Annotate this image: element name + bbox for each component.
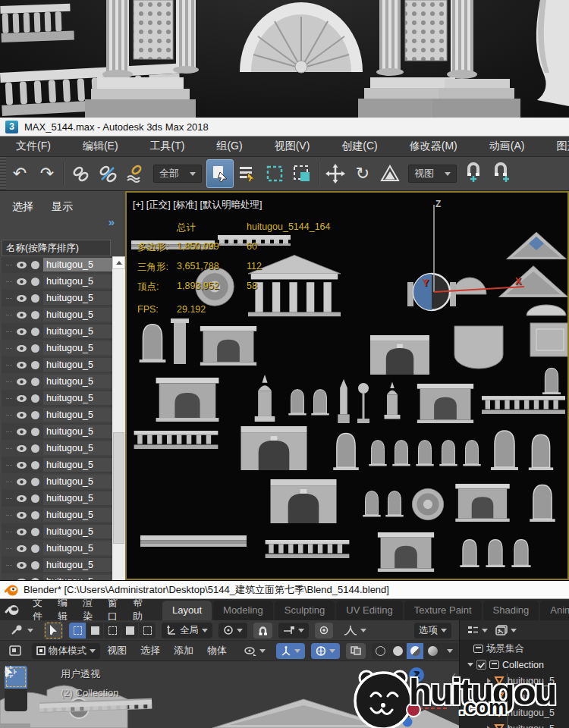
snap-toggle[interactable] <box>253 623 272 639</box>
object-name[interactable]: huitugou_5 <box>43 258 112 271</box>
visibility-eye-icon[interactable] <box>16 444 27 453</box>
solid-shading[interactable] <box>389 643 406 659</box>
object-list-row[interactable]: huitugou_5 <box>2 523 112 540</box>
workspace-tab[interactable]: Modeling <box>213 601 273 620</box>
object-name[interactable]: huitugou_5 <box>43 275 112 288</box>
object-name[interactable]: huitugou_5 <box>43 291 112 305</box>
move-tool-button[interactable] <box>322 159 349 188</box>
list-scrollbar[interactable] <box>112 256 125 580</box>
object-list-row[interactable]: huitugou_5 <box>2 507 112 523</box>
select-extend-mode[interactable] <box>86 623 103 639</box>
max-menu-item[interactable]: 修改器(M) <box>394 140 473 153</box>
visibility-eye-icon[interactable] <box>16 511 27 519</box>
visibility-eye-icon[interactable] <box>16 261 27 269</box>
frozen-dot-icon[interactable] <box>31 411 39 419</box>
object-name[interactable]: huitugou_5 <box>43 425 112 438</box>
object-name[interactable]: huitugou_5 <box>43 441 112 455</box>
reference-coordinate-dropdown[interactable]: 视图 <box>408 165 457 183</box>
pivot-point-dropdown[interactable] <box>218 623 247 639</box>
visibility-eye-icon[interactable] <box>16 311 27 319</box>
blender-menu-item[interactable]: 渲染 <box>75 599 100 620</box>
workspace-tab[interactable]: Animation <box>540 601 569 620</box>
blender-menu-item[interactable]: 窗口 <box>100 599 125 620</box>
visibility-eye-icon[interactable] <box>16 478 27 486</box>
object-name[interactable]: huitugou_5 <box>43 341 112 355</box>
object-name[interactable]: huitugou_5 <box>43 525 112 538</box>
frozen-dot-icon[interactable] <box>31 444 39 453</box>
material-preview-shading[interactable] <box>407 643 423 659</box>
frozen-dot-icon[interactable] <box>31 544 39 553</box>
editor-type-dropdown[interactable] <box>467 625 488 635</box>
object-list-row[interactable]: huitugou_5 <box>2 256 112 273</box>
scale-tool-button[interactable] <box>376 159 404 188</box>
rotate-tool-button[interactable]: ↻ <box>349 159 376 188</box>
blender-menu-item[interactable]: 帮助 <box>125 599 150 620</box>
frozen-dot-icon[interactable] <box>31 311 39 319</box>
visibility-eye-icon[interactable] <box>16 361 27 369</box>
object-list-row[interactable]: huitugou_5 <box>2 390 112 406</box>
visibility-eye-icon[interactable] <box>16 528 27 536</box>
unlink-selection-icon[interactable] <box>94 159 121 188</box>
snap-toggle-button[interactable] <box>461 159 489 188</box>
object-list-row[interactable]: huitugou_5 <box>2 373 112 390</box>
object-list-row[interactable]: huitugou_5 <box>2 440 112 457</box>
frozen-dot-icon[interactable] <box>31 378 39 386</box>
visibility-eye-icon[interactable] <box>16 428 27 436</box>
object-name[interactable]: huitugou_5 <box>43 308 112 322</box>
redo-button[interactable]: ↷ <box>33 159 61 188</box>
workspace-tab[interactable]: Sculpting <box>275 601 335 620</box>
max-viewport[interactable]: [+] [正交] [标准] [默认明暗处理] 总计 huitugou_5144_… <box>125 191 569 580</box>
snap-target-dropdown[interactable] <box>278 623 309 639</box>
sort-header[interactable]: 名称(按降序排序) <box>2 240 111 256</box>
object-list-row[interactable]: huitugou_5 <box>2 273 112 290</box>
blender-menu-item[interactable]: 文件 <box>25 599 50 620</box>
gizmos-toggle[interactable] <box>276 643 305 659</box>
object-list-row[interactable]: huitugou_5 <box>2 406 112 423</box>
frozen-dot-icon[interactable] <box>31 461 39 469</box>
select-subtract-mode[interactable] <box>104 623 121 639</box>
object-name[interactable]: huitugou_5 <box>43 491 112 505</box>
object-list-row[interactable]: huitugou_5 <box>2 473 112 490</box>
object-name[interactable]: huitugou_5 <box>43 458 112 472</box>
viewport-menu-item[interactable]: 添加 <box>167 644 200 657</box>
transform-orientation-dropdown[interactable]: 全局 <box>162 623 212 639</box>
visibility-eye-icon[interactable] <box>16 278 27 286</box>
select-box-mode[interactable] <box>69 623 86 639</box>
active-tool-dropdown[interactable] <box>6 623 38 639</box>
object-name[interactable]: huitugou_5 <box>43 325 112 338</box>
max-menu-item[interactable]: 图形 <box>540 140 569 153</box>
selection-filter-dropdown[interactable]: 全部 <box>153 165 202 183</box>
object-list-row[interactable]: huitugou_5 <box>2 540 112 557</box>
object-list-row[interactable]: huitugou_5 <box>2 457 112 473</box>
max-menu-item[interactable]: 组(G) <box>200 140 258 153</box>
select-by-name-button[interactable] <box>234 159 261 188</box>
proportional-editing-toggle[interactable] <box>315 623 333 639</box>
max-menu-item[interactable]: 工具(T) <box>134 140 201 153</box>
frozen-dot-icon[interactable] <box>31 528 39 536</box>
object-list-row[interactable]: huitugou_5 <box>2 490 112 507</box>
object-list-row[interactable]: huitugou_5 <box>2 340 112 356</box>
visibility-eye-icon[interactable] <box>16 394 27 403</box>
proportional-falloff-dropdown[interactable] <box>339 623 371 639</box>
frozen-dot-icon[interactable] <box>31 394 39 403</box>
tab-select[interactable]: 选择 <box>12 200 33 214</box>
wireframe-shading[interactable] <box>372 643 388 659</box>
object-list-row[interactable]: huitugou_5 <box>2 306 112 323</box>
cursor-tool[interactable] <box>5 689 27 711</box>
visibility-eye-icon[interactable] <box>16 328 27 336</box>
max-menu-item[interactable]: 创建(C) <box>325 140 393 153</box>
visibility-eye-icon[interactable] <box>16 411 27 419</box>
frozen-dot-icon[interactable] <box>31 328 39 336</box>
rectangular-selection-region-button[interactable] <box>261 159 288 188</box>
scroll-up-arrow[interactable] <box>112 256 125 269</box>
tab-display[interactable]: 显示 <box>52 200 73 214</box>
max-menu-item[interactable]: 编辑(E) <box>67 140 134 153</box>
options-dropdown[interactable]: 选项 <box>414 623 451 639</box>
visibility-eye-icon[interactable] <box>16 494 27 503</box>
object-list-row[interactable]: huitugou_5 <box>2 290 112 306</box>
object-list-row[interactable]: huitugou_5 <box>2 573 112 580</box>
max-menu-item[interactable]: 动画(A) <box>473 140 541 153</box>
max-menu-item[interactable]: 视图(V) <box>259 140 326 153</box>
frozen-dot-icon[interactable] <box>31 278 39 286</box>
overlays-toggle[interactable] <box>311 643 340 659</box>
